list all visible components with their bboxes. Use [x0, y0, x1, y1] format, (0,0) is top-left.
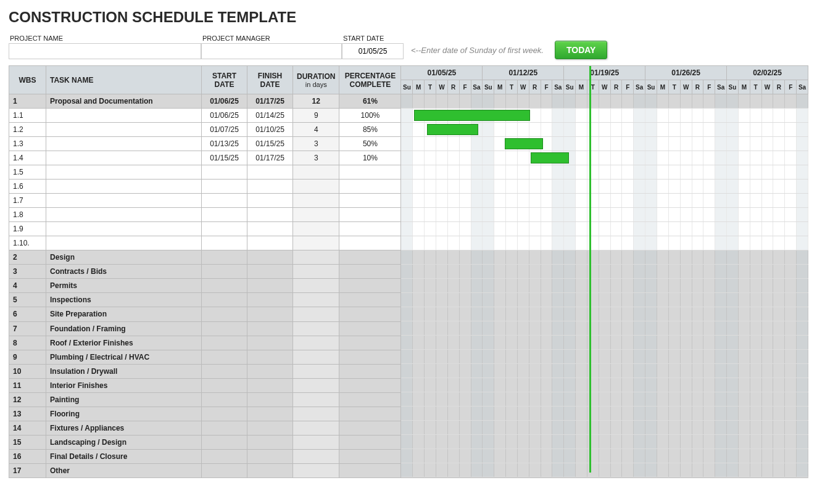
cell-pct[interactable] — [339, 307, 401, 321]
cell-task[interactable] — [46, 222, 202, 236]
cell-finish[interactable] — [247, 250, 293, 265]
cell-wbs[interactable]: 14 — [9, 421, 46, 435]
task-row[interactable]: 1.101/06/2501/14/259100% — [9, 109, 401, 123]
cell-pct[interactable] — [339, 407, 401, 421]
cell-wbs[interactable]: 8 — [9, 336, 46, 350]
cell-start[interactable] — [202, 321, 247, 336]
cell-wbs[interactable]: 1.3 — [9, 137, 46, 151]
section-row[interactable]: 9Plumbing / Electrical / HVAC — [9, 350, 401, 364]
cell-start[interactable] — [202, 194, 247, 208]
cell-wbs[interactable]: 7 — [9, 321, 46, 336]
cell-pct[interactable] — [339, 350, 401, 364]
cell-start[interactable] — [202, 449, 247, 463]
cell-wbs[interactable]: 6 — [9, 307, 46, 321]
cell-wbs[interactable]: 10 — [9, 364, 46, 378]
cell-dur[interactable] — [293, 421, 339, 435]
cell-dur[interactable]: 9 — [293, 109, 339, 123]
cell-dur[interactable]: 3 — [293, 151, 339, 165]
cell-dur[interactable]: 12 — [293, 94, 339, 109]
cell-finish[interactable] — [247, 378, 293, 392]
start-date-input[interactable] — [342, 43, 404, 59]
cell-task[interactable]: Foundation / Framing — [46, 321, 202, 336]
cell-start[interactable] — [202, 392, 247, 407]
cell-finish[interactable]: 01/17/25 — [247, 94, 293, 109]
cell-task[interactable] — [46, 208, 202, 222]
section-row[interactable]: 13Flooring — [9, 407, 401, 421]
cell-pct[interactable] — [339, 449, 401, 463]
cell-task[interactable]: Final Details / Closure — [46, 449, 202, 463]
cell-pct[interactable] — [339, 378, 401, 392]
gantt-bar[interactable] — [427, 124, 478, 135]
cell-wbs[interactable]: 9 — [9, 350, 46, 364]
cell-task[interactable]: Plumbing / Electrical / HVAC — [46, 350, 202, 364]
cell-dur[interactable] — [293, 321, 339, 336]
project-manager-input[interactable] — [201, 43, 342, 59]
cell-task[interactable]: Interior Finishes — [46, 378, 202, 392]
gantt-bar[interactable] — [505, 138, 543, 149]
cell-start[interactable] — [202, 463, 247, 477]
cell-task[interactable]: Roof / Exterior Finishes — [46, 336, 202, 350]
cell-dur[interactable] — [293, 350, 339, 364]
cell-wbs[interactable]: 1.2 — [9, 123, 46, 137]
cell-pct[interactable] — [339, 321, 401, 336]
cell-finish[interactable] — [247, 265, 293, 279]
cell-pct[interactable]: 50% — [339, 137, 401, 151]
cell-wbs[interactable]: 1.4 — [9, 151, 46, 165]
cell-task[interactable] — [46, 151, 202, 165]
cell-start[interactable] — [202, 407, 247, 421]
cell-start[interactable] — [202, 279, 247, 293]
cell-dur[interactable] — [293, 307, 339, 321]
cell-task[interactable] — [46, 109, 202, 123]
cell-task[interactable]: Insulation / Drywall — [46, 364, 202, 378]
task-row[interactable]: 1.401/15/2501/17/25310% — [9, 151, 401, 165]
cell-start[interactable] — [202, 236, 247, 250]
cell-wbs[interactable]: 17 — [9, 463, 46, 477]
cell-finish[interactable] — [247, 279, 293, 293]
cell-wbs[interactable]: 11 — [9, 378, 46, 392]
cell-wbs[interactable]: 1.8 — [9, 208, 46, 222]
cell-finish[interactable]: 01/10/25 — [247, 123, 293, 137]
task-row[interactable]: 1.301/13/2501/15/25350% — [9, 137, 401, 151]
cell-finish[interactable]: 01/15/25 — [247, 137, 293, 151]
cell-pct[interactable] — [339, 265, 401, 279]
cell-finish[interactable] — [247, 449, 293, 463]
cell-pct[interactable] — [339, 336, 401, 350]
cell-finish[interactable] — [247, 180, 293, 194]
cell-finish[interactable] — [247, 435, 293, 449]
cell-dur[interactable] — [293, 279, 339, 293]
cell-start[interactable] — [202, 364, 247, 378]
cell-dur[interactable] — [293, 236, 339, 250]
cell-start[interactable] — [202, 180, 247, 194]
cell-task[interactable]: Other — [46, 463, 202, 477]
cell-start[interactable]: 01/15/25 — [202, 151, 247, 165]
task-row[interactable]: 1.9 — [9, 222, 401, 236]
cell-start[interactable] — [202, 421, 247, 435]
cell-start[interactable]: 01/06/25 — [202, 109, 247, 123]
cell-task[interactable] — [46, 123, 202, 137]
cell-finish[interactable] — [247, 222, 293, 236]
cell-task[interactable]: Painting — [46, 392, 202, 407]
cell-wbs[interactable]: 15 — [9, 435, 46, 449]
cell-dur[interactable] — [293, 222, 339, 236]
cell-start[interactable] — [202, 350, 247, 364]
section-row[interactable]: 12Painting — [9, 392, 401, 407]
cell-finish[interactable] — [247, 165, 293, 180]
cell-finish[interactable] — [247, 293, 293, 307]
gantt-bar[interactable] — [531, 152, 569, 163]
cell-start[interactable] — [202, 336, 247, 350]
cell-wbs[interactable]: 1.7 — [9, 194, 46, 208]
cell-pct[interactable] — [339, 208, 401, 222]
cell-wbs[interactable]: 12 — [9, 392, 46, 407]
cell-pct[interactable] — [339, 421, 401, 435]
cell-pct[interactable] — [339, 250, 401, 265]
cell-pct[interactable] — [339, 165, 401, 180]
cell-wbs[interactable]: 3 — [9, 265, 46, 279]
section-row[interactable]: 10Insulation / Drywall — [9, 364, 401, 378]
cell-pct[interactable] — [339, 180, 401, 194]
cell-dur[interactable] — [293, 250, 339, 265]
cell-start[interactable] — [202, 265, 247, 279]
section-row[interactable]: 14Fixtures / Appliances — [9, 421, 401, 435]
project-name-input[interactable] — [9, 43, 201, 59]
section-row[interactable]: 8Roof / Exterior Finishes — [9, 336, 401, 350]
section-row[interactable]: 5Inspections — [9, 293, 401, 307]
